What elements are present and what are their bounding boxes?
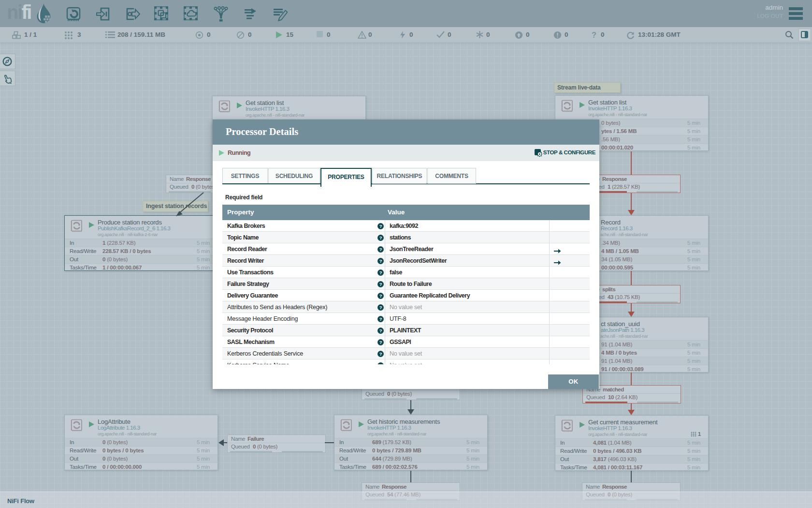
svg-text:?: ? — [592, 31, 596, 39]
